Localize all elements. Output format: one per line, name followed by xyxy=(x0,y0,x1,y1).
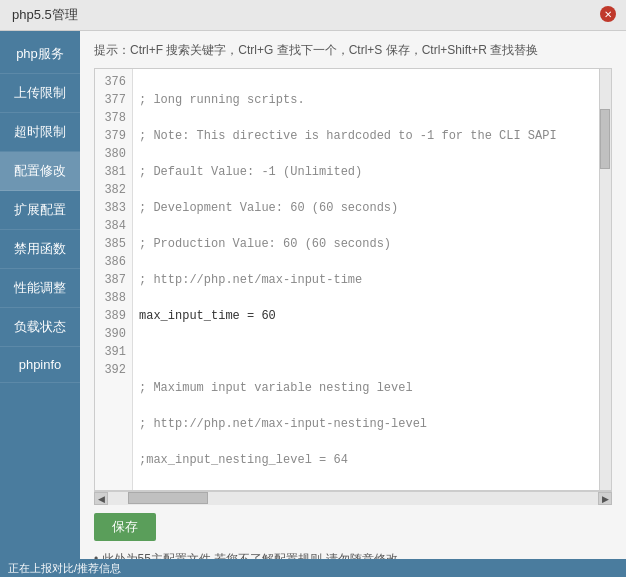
title-text: php5.5管理 xyxy=(12,6,78,24)
sidebar-item-phpinfo[interactable]: phpinfo xyxy=(0,347,80,383)
code-line-385: ; http://php.net/max-input-nesting-level xyxy=(139,415,593,433)
close-button[interactable]: ✕ xyxy=(600,6,616,22)
code-line-378: ; Default Value: -1 (Unlimited) xyxy=(139,163,593,181)
scrollbar-thumb-v[interactable] xyxy=(600,109,610,169)
vertical-scrollbar[interactable] xyxy=(599,69,611,490)
bottom-bar: 正在上报对比/推荐信息 xyxy=(0,559,626,577)
hint-bar: 提示：Ctrl+F 搜索关键字，Ctrl+G 查找下一个，Ctrl+S 保存，C… xyxy=(94,41,612,60)
title-bar: php5.5管理 ✕ xyxy=(0,0,626,31)
sidebar-item-load-status[interactable]: 负载状态 xyxy=(0,308,80,347)
sidebar-item-extend-config[interactable]: 扩展配置 xyxy=(0,191,80,230)
scrollbar-h-track[interactable] xyxy=(108,492,598,505)
code-line-380: ; Production Value: 60 (60 seconds) xyxy=(139,235,593,253)
line-numbers: 376 377 378 379 380 381 382 383 384 385 … xyxy=(95,69,133,490)
sidebar: php服务 上传限制 超时限制 配置修改 扩展配置 禁用函数 性能调整 负载状态… xyxy=(0,31,80,577)
code-line-384: ; Maximum input variable nesting level xyxy=(139,379,593,397)
bottom-bar-text: 正在上报对比/推荐信息 xyxy=(8,561,121,576)
sidebar-item-timeout-limit[interactable]: 超时限制 xyxy=(0,113,80,152)
code-line-377: ; Note: This directive is hardcoded to -… xyxy=(139,127,593,145)
sidebar-item-perf-tuning[interactable]: 性能调整 xyxy=(0,269,80,308)
code-line-379: ; Development Value: 60 (60 seconds) xyxy=(139,199,593,217)
scrollbar-thumb-h[interactable] xyxy=(128,492,208,504)
code-text[interactable]: ; long running scripts. ; Note: This dir… xyxy=(133,69,599,490)
scroll-right-arrow[interactable]: ▶ xyxy=(598,492,612,505)
sidebar-item-upload-limit[interactable]: 上传限制 xyxy=(0,74,80,113)
code-line-376: ; long running scripts. xyxy=(139,91,593,109)
save-button[interactable]: 保存 xyxy=(94,513,156,541)
main-content: 提示：Ctrl+F 搜索关键字，Ctrl+G 查找下一个，Ctrl+S 保存，C… xyxy=(80,31,626,577)
code-editor[interactable]: 376 377 378 379 380 381 382 383 384 385 … xyxy=(94,68,612,491)
code-line-383 xyxy=(139,343,593,361)
scroll-left-arrow[interactable]: ◀ xyxy=(94,492,108,505)
hint-text: 提示：Ctrl+F 搜索关键字，Ctrl+G 查找下一个，Ctrl+S 保存，C… xyxy=(94,43,538,57)
code-line-381: ; http://php.net/max-input-time xyxy=(139,271,593,289)
main-layout: php服务 上传限制 超时限制 配置修改 扩展配置 禁用函数 性能调整 负载状态… xyxy=(0,31,626,577)
horizontal-scrollbar[interactable]: ◀ ▶ xyxy=(94,491,612,505)
sidebar-item-config-modify[interactable]: 配置修改 xyxy=(0,152,80,191)
code-line-387 xyxy=(139,487,593,490)
code-line-382: max_input_time = 60 xyxy=(139,307,593,325)
code-line-386: ;max_input_nesting_level = 64 xyxy=(139,451,593,469)
sidebar-item-disabled-funcs[interactable]: 禁用函数 xyxy=(0,230,80,269)
sidebar-item-php-service[interactable]: php服务 xyxy=(0,35,80,74)
